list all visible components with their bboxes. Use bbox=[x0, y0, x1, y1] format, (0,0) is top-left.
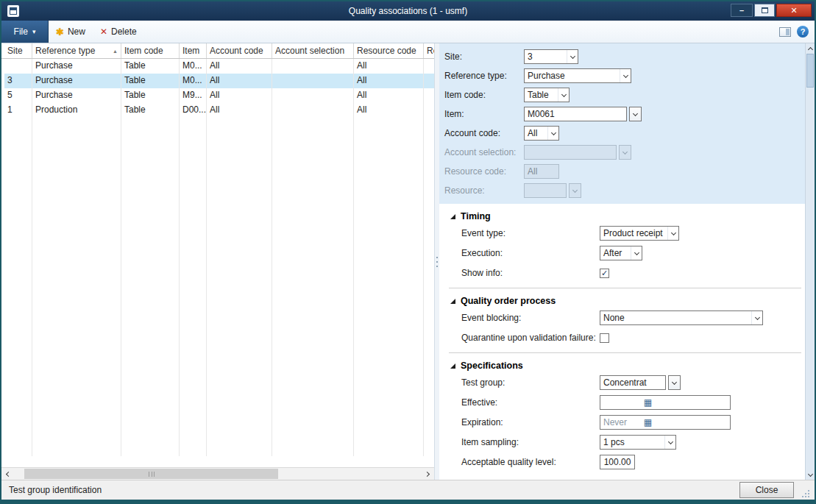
vscroll-thumb[interactable] bbox=[806, 54, 814, 88]
item-lookup-button[interactable] bbox=[629, 107, 642, 121]
column-header-reference-type[interactable]: Reference type▲ bbox=[32, 43, 121, 58]
cell bbox=[121, 206, 180, 221]
hscroll-track[interactable] bbox=[14, 468, 422, 480]
cell bbox=[180, 235, 207, 250]
cell bbox=[272, 118, 354, 132]
pane-splitter[interactable] bbox=[434, 43, 439, 480]
cell bbox=[32, 412, 121, 427]
expiration-label: Expiration: bbox=[461, 417, 600, 427]
show-info-checkbox[interactable]: ✓ bbox=[600, 269, 609, 278]
column-header-site[interactable]: Site bbox=[4, 43, 32, 58]
cell bbox=[354, 338, 424, 353]
table-row-empty bbox=[4, 221, 434, 235]
expiration-date-field[interactable]: Never ▦ bbox=[600, 415, 731, 430]
cell bbox=[424, 191, 434, 206]
minimize-button[interactable]: – bbox=[731, 4, 753, 17]
delete-button[interactable]: ✕ Delete bbox=[93, 21, 144, 43]
scroll-down-arrow[interactable] bbox=[806, 469, 815, 480]
cell: D00... bbox=[180, 103, 207, 118]
column-header-account-code[interactable]: Account code bbox=[207, 43, 272, 58]
cell bbox=[272, 59, 354, 74]
cell: All bbox=[207, 103, 272, 118]
cell bbox=[424, 147, 434, 162]
cell bbox=[354, 191, 424, 206]
cell bbox=[424, 59, 434, 74]
cell: Purchase bbox=[32, 59, 121, 74]
horizontal-scrollbar[interactable] bbox=[1, 467, 434, 480]
section-specifications-header[interactable]: Specifications bbox=[449, 358, 801, 375]
help-icon[interactable]: ? bbox=[797, 26, 809, 38]
chevron-down-icon bbox=[672, 379, 677, 384]
cell bbox=[424, 294, 434, 309]
table-row-empty bbox=[4, 309, 434, 324]
column-header-resource[interactable]: Resource bbox=[424, 43, 434, 58]
section-quality-order-header[interactable]: Quality order process bbox=[449, 293, 801, 310]
scroll-right-arrow[interactable] bbox=[422, 468, 434, 480]
test-group-input[interactable]: Concentrat bbox=[600, 375, 666, 390]
file-menu-button[interactable]: File ▾ bbox=[1, 21, 49, 43]
table-row[interactable]: 3PurchaseTableM0...AllAll bbox=[4, 74, 434, 88]
table-row-empty bbox=[4, 191, 434, 206]
cell bbox=[180, 383, 207, 397]
cell: All bbox=[354, 103, 424, 118]
cell bbox=[207, 353, 272, 368]
cell: Table bbox=[121, 88, 180, 103]
cell bbox=[4, 353, 32, 368]
window-layout-icon[interactable] bbox=[779, 27, 791, 37]
event-type-combobox[interactable]: Product receipt bbox=[600, 226, 679, 241]
acceptable-quality-level-input[interactable]: 100.00 bbox=[600, 455, 635, 469]
execution-combobox[interactable]: After bbox=[600, 246, 642, 260]
table-row[interactable]: PurchaseTableM0...AllAll bbox=[4, 59, 434, 74]
cell bbox=[4, 324, 32, 338]
vertical-scrollbar[interactable] bbox=[805, 43, 815, 480]
cell bbox=[180, 177, 207, 191]
item-sampling-combobox[interactable]: 1 pcs bbox=[600, 435, 676, 450]
calendar-icon[interactable]: ▦ bbox=[642, 398, 654, 407]
section-timing-header[interactable]: Timing bbox=[449, 208, 801, 226]
column-header-account-selection[interactable]: Account selection bbox=[272, 43, 354, 58]
event-blocking-combobox[interactable]: None bbox=[600, 310, 763, 325]
account-code-combobox[interactable]: All bbox=[524, 126, 559, 141]
close-button[interactable]: Close bbox=[739, 482, 794, 498]
table-row[interactable]: 1ProductionTableD00...AllAll bbox=[4, 103, 434, 118]
scroll-up-arrow[interactable] bbox=[806, 43, 815, 54]
column-header-item[interactable]: Item bbox=[180, 43, 207, 58]
cell bbox=[121, 383, 180, 397]
column-header-resource-code[interactable]: Resource code bbox=[354, 43, 424, 58]
site-combobox[interactable]: 3 bbox=[524, 49, 578, 64]
splitter-grip-icon bbox=[436, 261, 438, 263]
cell bbox=[272, 383, 354, 397]
effective-date-field[interactable]: ▦ bbox=[600, 395, 731, 410]
cell bbox=[207, 162, 272, 177]
quarantine-checkbox[interactable] bbox=[600, 333, 609, 343]
cell bbox=[32, 235, 121, 250]
close-window-button[interactable]: ✕ bbox=[776, 4, 812, 17]
item-input[interactable]: M0061 bbox=[524, 107, 627, 121]
cell bbox=[4, 206, 32, 221]
item-code-combobox[interactable]: Table bbox=[524, 88, 570, 102]
reference-type-combobox[interactable]: Purchase bbox=[524, 68, 631, 83]
test-group-lookup-button[interactable] bbox=[668, 375, 681, 390]
resize-grip[interactable] bbox=[801, 489, 810, 498]
vscroll-track[interactable] bbox=[806, 54, 815, 469]
cell bbox=[272, 177, 354, 191]
table-row[interactable]: 5PurchaseTableM9...AllAll bbox=[4, 88, 434, 103]
cell bbox=[180, 221, 207, 235]
detail-pane: Site: 3 Reference type: Purchase Item co… bbox=[439, 43, 805, 480]
table-row-empty bbox=[4, 162, 434, 177]
cell bbox=[272, 162, 354, 177]
cell bbox=[207, 235, 272, 250]
cell bbox=[32, 353, 121, 368]
cell bbox=[180, 162, 207, 177]
cell bbox=[424, 265, 434, 280]
column-header-item-code[interactable]: Item code bbox=[121, 43, 180, 58]
maximize-button[interactable] bbox=[754, 4, 775, 17]
hscroll-thumb[interactable] bbox=[24, 469, 278, 479]
new-button[interactable]: ✱ New bbox=[49, 21, 93, 43]
calendar-icon[interactable]: ▦ bbox=[642, 418, 654, 427]
cell: All bbox=[207, 59, 272, 74]
cell bbox=[180, 324, 207, 338]
scroll-left-arrow[interactable] bbox=[1, 468, 14, 480]
quarantine-label: Quarantine upon validation failure: bbox=[461, 333, 600, 343]
cell bbox=[272, 250, 354, 265]
